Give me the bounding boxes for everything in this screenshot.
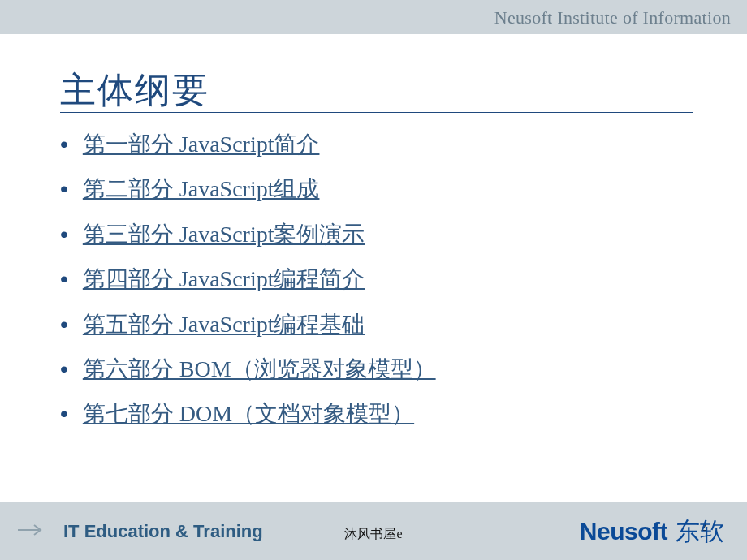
title-underline [60, 112, 693, 113]
slide-title: 主体纲要 [60, 67, 209, 114]
bullet-icon: • [60, 403, 68, 425]
outline-link[interactable]: 第五部分 JavaScript编程基础 [83, 310, 365, 339]
list-item: • 第三部分 JavaScript案例演示 [60, 220, 436, 249]
bullet-icon: • [60, 313, 68, 336]
outline-link[interactable]: 第七部分 DOM（文档对象模型） [83, 399, 414, 429]
brand-cn: 东软 [676, 515, 724, 549]
outline-link[interactable]: 第一部分 JavaScript简介 [83, 130, 320, 159]
header-band: Neusoft Institute of Information [0, 0, 747, 34]
footer-center-text: 沐风书屋e [344, 526, 402, 543]
outline-link[interactable]: 第四部分 JavaScript编程简介 [83, 265, 365, 294]
brand-en: Neusoft [580, 518, 667, 545]
arrow-right-icon [16, 522, 49, 541]
list-item: • 第七部分 DOM（文档对象模型） [60, 399, 436, 429]
brand-logo: Neusoft 东软 [580, 515, 724, 549]
outline-list: • 第一部分 JavaScript简介 • 第二部分 JavaScript组成 … [60, 130, 436, 445]
footer-band: IT Education & Training 沐风书屋e 2 Neusoft … [0, 502, 747, 560]
list-item: • 第四部分 JavaScript编程简介 [60, 265, 436, 294]
footer-tagline: IT Education & Training [63, 521, 263, 542]
bullet-icon: • [60, 223, 68, 246]
bullet-icon: • [60, 358, 68, 381]
outline-link[interactable]: 第三部分 JavaScript案例演示 [83, 220, 365, 249]
bullet-icon: • [60, 268, 68, 291]
outline-link[interactable]: 第二部分 JavaScript组成 [83, 174, 320, 204]
institute-label: Neusoft Institute of Information [494, 7, 731, 28]
list-item: • 第二部分 JavaScript组成 [60, 174, 436, 204]
outline-link[interactable]: 第六部分 BOM（浏览器对象模型） [83, 355, 436, 384]
list-item: • 第一部分 JavaScript简介 [60, 130, 436, 159]
list-item: • 第六部分 BOM（浏览器对象模型） [60, 355, 436, 384]
list-item: • 第五部分 JavaScript编程基础 [60, 310, 436, 339]
bullet-icon: • [60, 133, 68, 156]
bullet-icon: • [60, 178, 68, 200]
